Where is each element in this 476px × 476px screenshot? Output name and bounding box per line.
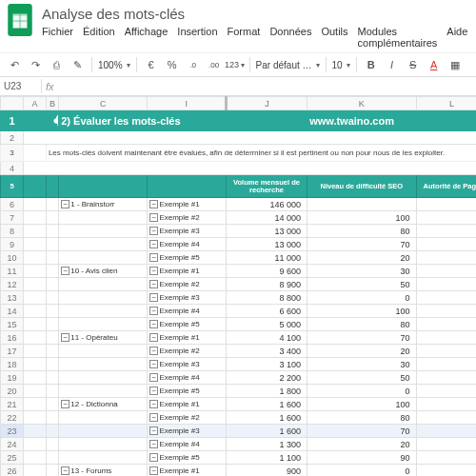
row-collapse-icon[interactable]: − <box>149 347 158 355</box>
row-header[interactable]: 12 <box>1 278 24 291</box>
group-label[interactable]: −10 - Avis clien <box>59 265 148 278</box>
col-header[interactable]: J <box>226 97 307 110</box>
paint-format-button[interactable]: ✎ <box>69 56 86 73</box>
row-collapse-icon[interactable]: − <box>149 227 158 235</box>
group-label[interactable]: −13 - Forums <box>59 465 148 477</box>
row-header[interactable]: 21 <box>1 398 24 411</box>
row-header[interactable]: 20 <box>1 385 24 398</box>
row-header[interactable]: 5 <box>1 175 24 198</box>
row-collapse-icon[interactable]: − <box>149 387 158 395</box>
row-header[interactable]: 15 <box>1 318 24 331</box>
row-collapse-icon[interactable]: − <box>149 320 158 328</box>
print-button[interactable]: ⎙ <box>48 56 65 73</box>
decrease-decimal-button[interactable]: .0 <box>185 56 202 73</box>
row-header[interactable]: 19 <box>1 371 24 385</box>
row-collapse-icon[interactable]: − <box>149 466 158 475</box>
row-header[interactable]: 23 <box>1 425 24 438</box>
example-label[interactable]: −Exemple #5 <box>148 385 227 398</box>
col-header[interactable]: B <box>46 97 58 110</box>
example-label[interactable]: −Exemple #5 <box>148 451 227 465</box>
example-label[interactable]: −Exemple #1 <box>148 265 227 278</box>
col-header[interactable]: K <box>307 97 416 110</box>
undo-button[interactable]: ↶ <box>6 56 23 73</box>
row-collapse-icon[interactable]: − <box>149 373 158 382</box>
group-label[interactable]: −12 - Dictionna <box>59 398 148 411</box>
menu-tools[interactable]: Outils <box>321 26 347 49</box>
row-header[interactable]: 26 <box>1 465 24 477</box>
zoom-select[interactable]: 100% <box>98 60 130 70</box>
example-label[interactable]: −Exemple #4 <box>148 305 227 318</box>
example-label[interactable]: −Exemple #2 <box>148 278 227 291</box>
row-header[interactable]: 9 <box>1 238 24 251</box>
name-box[interactable]: U23 <box>0 79 42 93</box>
example-label[interactable]: −Exemple #1 <box>148 198 227 211</box>
row-header[interactable]: 6 <box>1 198 24 211</box>
group-label[interactable]: −11 - Opérateu <box>59 331 148 345</box>
select-all-cell[interactable] <box>1 97 24 110</box>
row-header[interactable]: 10 <box>1 251 24 265</box>
row-header[interactable]: 11 <box>1 265 24 278</box>
row-collapse-icon[interactable]: − <box>149 360 158 368</box>
example-label[interactable]: −Exemple #1 <box>148 465 227 477</box>
row-header[interactable]: 22 <box>1 411 24 425</box>
example-label[interactable]: −Exemple #3 <box>148 291 227 305</box>
row-header[interactable]: 18 <box>1 358 24 371</box>
example-label[interactable]: −Exemple #1 <box>148 398 227 411</box>
more-formats-button[interactable]: 123 <box>227 56 244 73</box>
row-header[interactable]: 25 <box>1 451 24 465</box>
example-label[interactable]: −Exemple #2 <box>148 411 227 425</box>
row-header[interactable]: 4 <box>1 162 24 175</box>
example-label[interactable]: −Exemple #2 <box>148 211 227 225</box>
row-collapse-icon[interactable]: − <box>149 293 158 302</box>
row-collapse-icon[interactable]: − <box>149 200 158 208</box>
row-collapse-icon[interactable]: − <box>149 453 158 462</box>
row-header[interactable]: 1 <box>1 110 24 131</box>
group-collapse-icon[interactable]: − <box>61 400 69 408</box>
row-header[interactable]: 24 <box>1 438 24 451</box>
format-currency-button[interactable]: € <box>143 56 160 73</box>
group-collapse-icon[interactable]: − <box>61 200 69 208</box>
example-label[interactable]: −Exemple #5 <box>148 318 227 331</box>
row-collapse-icon[interactable]: − <box>149 240 158 248</box>
font-size-select[interactable]: 10 <box>332 60 350 70</box>
row-collapse-icon[interactable]: − <box>149 333 158 342</box>
row-header[interactable]: 14 <box>1 305 24 318</box>
row-collapse-icon[interactable]: − <box>149 213 158 222</box>
row-collapse-icon[interactable]: − <box>149 267 158 275</box>
row-collapse-icon[interactable]: − <box>149 307 158 315</box>
row-header[interactable]: 8 <box>1 225 24 238</box>
col-header[interactable]: C <box>59 97 148 110</box>
increase-decimal-button[interactable]: .00 <box>206 56 223 73</box>
sheets-app-icon[interactable] <box>8 4 32 36</box>
col-header[interactable]: L <box>416 97 476 110</box>
col-header[interactable]: I <box>148 97 227 110</box>
example-label[interactable]: −Exemple #4 <box>148 371 227 385</box>
row-header[interactable]: 17 <box>1 345 24 358</box>
row-collapse-icon[interactable]: − <box>149 280 158 288</box>
row-collapse-icon[interactable]: − <box>149 400 158 408</box>
example-label[interactable]: −Exemple #3 <box>148 358 227 371</box>
group-collapse-icon[interactable]: − <box>61 267 69 275</box>
menu-data[interactable]: Données <box>269 26 311 49</box>
row-collapse-icon[interactable]: − <box>149 253 158 262</box>
font-select[interactable]: Par défaut … <box>256 60 320 70</box>
row-header[interactable]: 16 <box>1 331 24 345</box>
example-label[interactable]: −Exemple #3 <box>148 425 227 438</box>
group-collapse-icon[interactable]: − <box>61 333 69 342</box>
row-header[interactable]: 2 <box>1 131 24 145</box>
group-label[interactable]: −1 - Brainstorr <box>59 198 148 211</box>
menu-view[interactable]: Affichage <box>125 26 169 49</box>
menu-file[interactable]: Fichier <box>42 26 73 49</box>
row-collapse-icon[interactable]: − <box>149 440 158 448</box>
spreadsheet-grid[interactable]: A B C I J K L M N 12) Évaluer les mots-c… <box>0 96 476 476</box>
example-label[interactable]: −Exemple #5 <box>148 251 227 265</box>
row-header[interactable]: 3 <box>1 145 24 162</box>
redo-button[interactable]: ↷ <box>27 56 44 73</box>
format-percent-button[interactable]: % <box>164 56 181 73</box>
group-collapse-icon[interactable]: − <box>61 466 69 475</box>
example-label[interactable]: −Exemple #4 <box>148 438 227 451</box>
row-collapse-icon[interactable]: − <box>149 413 158 422</box>
row-collapse-icon[interactable]: − <box>149 426 158 435</box>
example-label[interactable]: −Exemple #3 <box>148 225 227 238</box>
example-label[interactable]: −Exemple #4 <box>148 238 227 251</box>
